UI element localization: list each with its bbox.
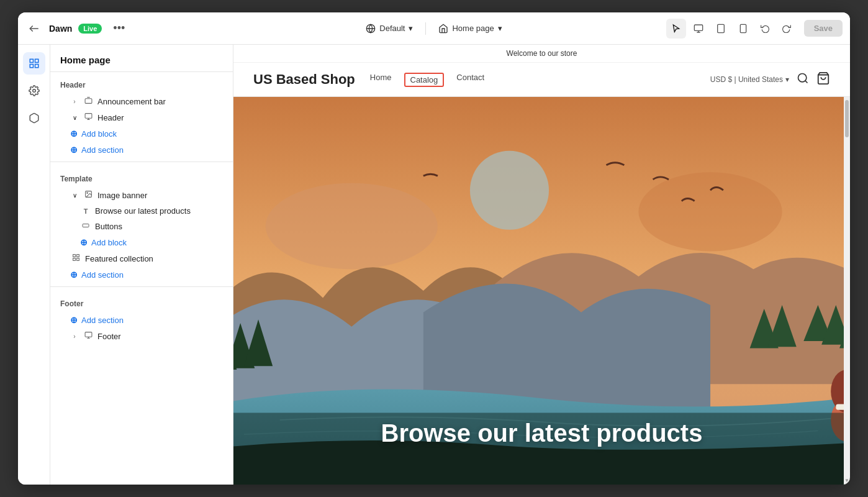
announcement-bar-preview: Welcome to our store [233, 45, 850, 63]
settings-icon-button[interactable] [23, 80, 45, 102]
header-label: Header [97, 113, 223, 122]
sidebar-icons [18, 45, 50, 485]
svg-point-13 [32, 89, 35, 93]
image-banner-label: Image banner [97, 191, 223, 200]
svg-rect-22 [76, 255, 79, 257]
buttons-item[interactable]: Buttons [50, 219, 233, 234]
back-button[interactable] [25, 20, 43, 37]
svg-point-28 [798, 74, 807, 82]
apps-icon-button[interactable] [23, 107, 45, 129]
svg-rect-9 [30, 59, 33, 62]
svg-rect-12 [30, 65, 33, 68]
featured-collection-icon [70, 253, 81, 263]
store-logo: US Based Shop [253, 71, 355, 88]
topbar-left: Dawn Live ••• [25, 19, 227, 37]
tablet-view-button[interactable] [711, 19, 731, 39]
chevron-down-banner-icon: ∨ [70, 192, 79, 199]
cart-icon-button[interactable] [816, 71, 830, 88]
theme-select[interactable]: Default ▾ [366, 24, 413, 34]
browse-products-label: Browse our latest products [95, 206, 223, 216]
add-block-template-label: Add block [91, 238, 127, 247]
add-section-template-button[interactable]: ⊕ Add section [50, 267, 233, 283]
chevron-down-icon: ▾ [409, 24, 413, 33]
chevron-down-tree-icon: ∨ [70, 114, 79, 121]
store-preview: Welcome to our store US Based Shop Home … [233, 45, 850, 485]
search-icon-button[interactable] [797, 72, 809, 87]
add-section-header-button[interactable]: ⊕ Add section [50, 142, 233, 158]
chevron-right-icon: › [70, 98, 79, 105]
plus-icon: ⊕ [70, 129, 78, 139]
header-item[interactable]: ∨ Header [50, 109, 233, 125]
browse-products-item[interactable]: T Browse our latest products [50, 203, 233, 219]
plus-icon3: ⊕ [80, 237, 88, 247]
chevron-right-footer-icon: › [70, 333, 79, 340]
image-banner-icon [83, 190, 94, 200]
currency-selector[interactable]: USD $ | United States ▾ [710, 75, 789, 84]
add-section-template-label: Add section [81, 270, 124, 280]
hero-text: Browse our latest products [233, 419, 850, 447]
nav-catalog[interactable]: Catalog [404, 73, 445, 87]
page-select[interactable]: Home page ▾ [438, 24, 502, 34]
scrollbar-track[interactable]: ▲ ▼ [844, 97, 850, 485]
divider2 [50, 286, 233, 287]
footer-section-label: Footer [50, 291, 233, 312]
scroll-down-button[interactable]: ▼ [844, 476, 850, 485]
store-nav: Home Catalog Contact [370, 73, 695, 87]
plus-icon4: ⊕ [70, 270, 78, 280]
svg-point-33 [639, 172, 782, 251]
svg-point-32 [266, 183, 438, 270]
theme-select-label: Default [379, 24, 405, 33]
add-section-header-label: Add section [81, 145, 124, 155]
svg-rect-21 [73, 255, 75, 257]
header-icon [83, 112, 94, 122]
announcement-text: Welcome to our store [507, 49, 577, 58]
page-title: Home page [50, 45, 233, 72]
svg-rect-7 [740, 24, 746, 32]
svg-rect-23 [76, 258, 79, 261]
topbar-center: Default ▾ Home page ▾ [233, 22, 635, 35]
redo-button[interactable] [777, 19, 797, 39]
desktop-view-button[interactable] [689, 19, 708, 39]
featured-collection-label: Featured collection [85, 254, 223, 263]
template-section-label: Template [50, 166, 233, 187]
add-section-footer-label: Add section [81, 316, 124, 325]
svg-rect-10 [35, 59, 38, 62]
preview-area: Welcome to our store US Based Shop Home … [233, 45, 850, 485]
image-banner-item[interactable]: ∨ Image banner [50, 187, 233, 203]
header-section-label: Header [50, 72, 233, 93]
theme-name: Dawn [49, 24, 72, 34]
announcement-bar-item[interactable]: › Announcement bar [50, 93, 233, 109]
add-block-header-button[interactable]: ⊕ Add block [50, 125, 233, 142]
announcement-bar-icon [83, 96, 94, 106]
plus-icon5: ⊕ [70, 315, 78, 325]
footer-label: Footer [97, 332, 223, 341]
topbar: Dawn Live ••• Default ▾ Home page ▾ [18, 12, 850, 45]
currency-label: USD $ | United States [710, 75, 783, 84]
nav-contact[interactable]: Contact [456, 73, 484, 87]
footer-item[interactable]: › Footer [50, 328, 233, 344]
scrollbar-thumb[interactable] [845, 100, 849, 137]
footer-icon [83, 331, 94, 341]
mobile-view-button[interactable] [733, 19, 753, 39]
featured-collection-item[interactable]: Featured collection [50, 250, 233, 267]
add-section-footer-button[interactable]: ⊕ Add section [50, 312, 233, 328]
add-block-template-button[interactable]: ⊕ Add block [50, 234, 233, 250]
cursor-tool-button[interactable] [666, 19, 686, 39]
nav-home[interactable]: Home [370, 73, 392, 87]
store-header-right: USD $ | United States ▾ [710, 71, 830, 88]
main-area: Home page Header › Announcement bar ∨ He… [18, 45, 850, 485]
more-button[interactable]: ••• [108, 19, 130, 37]
svg-rect-25 [85, 332, 92, 337]
buttons-label: Buttons [95, 222, 223, 231]
chevron-currency-icon: ▾ [785, 75, 789, 84]
sidebar-tree: Home page Header › Announcement bar ∨ He… [50, 45, 233, 485]
svg-rect-2 [694, 25, 702, 30]
undo-redo-group [756, 19, 797, 39]
plus-icon2: ⊕ [70, 145, 78, 155]
sections-icon-button[interactable] [23, 52, 45, 75]
undo-button[interactable] [756, 19, 775, 39]
svg-rect-11 [35, 65, 38, 68]
svg-line-29 [805, 81, 808, 83]
save-button[interactable]: Save [804, 20, 843, 37]
svg-rect-20 [83, 224, 89, 227]
